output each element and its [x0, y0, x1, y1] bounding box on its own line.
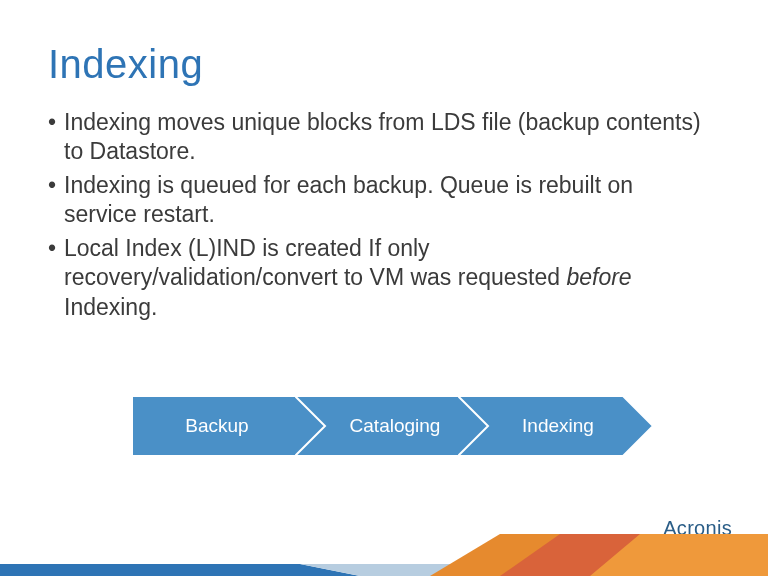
bullet-item: Local Index (L)IND is created If only re…	[48, 234, 708, 322]
svg-marker-6	[500, 534, 768, 576]
bullet-list: Indexing moves unique blocks from LDS fi…	[48, 108, 708, 326]
process-flow: Backup Cataloging Indexing	[132, 396, 652, 456]
bullet-item: Indexing moves unique blocks from LDS fi…	[48, 108, 708, 167]
slide-title: Indexing	[48, 42, 203, 87]
process-step-label: Backup	[142, 396, 292, 456]
process-step-label: Indexing	[483, 396, 633, 456]
process-step-indexing: Indexing	[458, 396, 653, 456]
bullet-text: Local Index (L)IND is created If only re…	[64, 235, 566, 290]
footer-decoration	[0, 534, 768, 576]
bullet-item: Indexing is queued for each backup. Queu…	[48, 171, 708, 230]
svg-marker-5	[430, 534, 768, 576]
bullet-text: Indexing.	[64, 294, 157, 320]
svg-marker-4	[300, 564, 768, 576]
process-step-label: Cataloging	[320, 396, 470, 456]
svg-marker-3	[0, 564, 360, 576]
bullet-em: before	[566, 264, 631, 290]
brand-logo: Acronis	[663, 517, 732, 540]
svg-marker-7	[590, 534, 768, 576]
